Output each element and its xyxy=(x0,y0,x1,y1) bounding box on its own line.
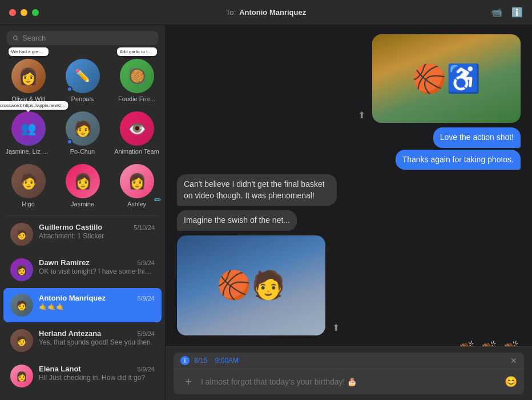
conv-item-herland[interactable]: 🧑 Herland Antezana 5/9/24 Yes, that soun… xyxy=(3,323,162,358)
conv-preview-herland: Yes, that sounds good! See you then. xyxy=(39,338,155,346)
conv-name-dawn: Dawn Ramirez xyxy=(39,258,90,267)
conv-item-antonio[interactable]: 🧑 Antonio Manriquez 5/9/24 🤙🤙🤙 xyxy=(3,288,162,322)
conv-date-herland: 5/9/24 xyxy=(137,330,155,337)
pinned-label-pochun: Po-Chun xyxy=(70,148,95,155)
conv-item-guillermo[interactable]: 🧑 Guillermo Castillo 5/10/24 Attachment:… xyxy=(3,217,162,251)
msg-row-image1: ⬆ 🏀♿ xyxy=(177,34,521,123)
conv-name-antonio: Antonio Manriquez xyxy=(39,294,106,302)
pinned-grid: We had a great time. Home with th... 👩 O… xyxy=(0,51,165,215)
main-layout: We had a great time. Home with th... 👩 O… xyxy=(0,25,532,400)
conv-date-guillermo: 5/10/24 xyxy=(134,224,155,231)
msg-row-incoming1: Can't believe I didn't get the final bas… xyxy=(177,174,521,206)
pinned-label-foodie: Foodie Frie... xyxy=(118,95,155,102)
pinned-item-olivia-will[interactable]: We had a great time. Home with th... 👩 O… xyxy=(2,55,54,106)
outgoing-stacked-bubbles: Love the action shot! Thanks again for t… xyxy=(396,127,521,170)
conv-preview-elena: Hi! Just checking in. How did it go? xyxy=(39,374,155,382)
pinned-label-ashley: Ashley xyxy=(127,201,146,207)
pinned-item-pochun[interactable]: 🧑 Po-Chun xyxy=(57,108,108,158)
msg-image-2: 🏀🧑 xyxy=(177,235,325,335)
conv-date-elena: 5/9/24 xyxy=(137,366,155,373)
basketball-photo-2: 🏀🧑 xyxy=(177,235,325,335)
video-call-icon[interactable]: 📹 xyxy=(491,7,502,18)
msg-image-1: 🏀♿ xyxy=(372,34,521,123)
pinned-item-jasmine-liz[interactable]: 15x crossword: https://apple.news/... 👥 … xyxy=(2,108,54,158)
conv-preview-guillermo: Attachment: 1 Sticker xyxy=(39,232,155,240)
input-bottom: + 😊 xyxy=(174,369,524,394)
search-icon xyxy=(13,35,19,42)
imessage-count: 8/15 xyxy=(194,357,207,365)
share-button-2[interactable]: ⬆ xyxy=(330,320,342,335)
conv-details-dawn: Dawn Ramirez 5/9/24 OK to visit tonight?… xyxy=(39,258,155,275)
msg-bubble-imagine-swish: Imagine the swish of the net... xyxy=(177,210,297,231)
info-icon[interactable]: ℹ️ xyxy=(511,7,523,18)
input-time: 9:00AM xyxy=(215,357,239,365)
titlebar: To: Antonio Manriquez 📹 ℹ️ ✏ xyxy=(0,0,532,25)
pinned-label-animation-team: Animation Team xyxy=(114,148,159,155)
conv-details-herland: Herland Antezana 5/9/24 Yes, that sounds… xyxy=(39,329,155,346)
avatar-herland: 🧑 xyxy=(10,329,33,352)
input-meta: 8/15 9:00AM xyxy=(194,357,506,365)
conversation-list: 🧑 Guillermo Castillo 5/10/24 Attachment:… xyxy=(0,216,165,400)
search-input[interactable] xyxy=(22,34,152,42)
conv-name-herland: Herland Antezana xyxy=(39,329,101,338)
avatar-guillermo: 🧑 xyxy=(10,223,33,246)
chat-area: ⬆ 🏀♿ Love the action shot! Thanks again … xyxy=(166,25,532,400)
share-button-1[interactable]: ⬆ xyxy=(356,107,368,123)
search-bar[interactable] xyxy=(7,31,158,45)
conv-details-guillermo: Guillermo Castillo 5/10/24 Attachment: 1… xyxy=(39,223,155,240)
photo1-figure: 🏀♿ xyxy=(412,63,481,95)
pinned-item-jasmine2[interactable]: 👩 Jasmine xyxy=(57,161,108,211)
msg-bubble-cant-believe: Can't believe I didn't get the final bas… xyxy=(177,174,337,206)
conv-preview-dawn: OK to visit tonight? I have some things … xyxy=(39,267,155,275)
pinned-label-penpals: Penpals xyxy=(71,95,94,102)
pinned-item-animation-team[interactable]: 👁️ Animation Team xyxy=(111,108,163,158)
conv-name-guillermo: Guillermo Castillo xyxy=(39,223,102,231)
pinned-label-rigo: Rigo xyxy=(22,201,35,207)
msg-bubble-thanks-photos: Thanks again for taking photos. xyxy=(396,150,521,170)
titlebar-recipient: To: Antonio Manriquez xyxy=(226,8,306,17)
pinned-item-rigo[interactable]: 🧑 Rigo xyxy=(2,161,54,211)
close-button[interactable] xyxy=(9,9,16,16)
badge-penpals xyxy=(67,86,72,92)
conv-details-antonio: Antonio Manriquez 5/9/24 🤙🤙🤙 xyxy=(39,294,155,311)
conv-date-dawn: 5/9/24 xyxy=(137,259,155,266)
sidebar: We had a great time. Home with th... 👩 O… xyxy=(0,25,166,400)
reaction-clap-3: 👏🏾 xyxy=(501,340,521,346)
pinned-item-foodie[interactable]: Add garlic to the butter, and then... 🥘 … xyxy=(111,55,163,106)
add-attachment-button[interactable]: + xyxy=(180,374,196,390)
input-area: i 8/15 9:00AM ✕ + 😊 xyxy=(166,346,532,400)
avatar-antonio: 🧑 xyxy=(10,294,33,317)
msg-row-image2: 🏀🧑 ⬆ xyxy=(177,235,521,335)
emoji-picker-button[interactable]: 😊 xyxy=(505,375,517,388)
conv-name-elena: Elena Lanot xyxy=(39,365,81,373)
input-close-button[interactable]: ✕ xyxy=(510,356,517,365)
messages-scroll[interactable]: ⬆ 🏀♿ Love the action shot! Thanks again … xyxy=(166,25,532,346)
reaction-clap-1: 👏🏾 xyxy=(456,340,476,346)
basketball-photo-1: 🏀♿ xyxy=(372,34,521,123)
minimize-button[interactable] xyxy=(21,9,27,16)
pinned-item-ashley[interactable]: 👩 Ashley xyxy=(111,161,163,211)
speech-bubble-foodie: Add garlic to the butter, and then... xyxy=(117,47,157,56)
avatar-dawn: 👩 xyxy=(10,258,33,281)
msg-bubble-love-action: Love the action shot! xyxy=(433,127,521,148)
pinned-label-jasmine-liz: Jasmine, Liz &... xyxy=(6,148,51,155)
reaction-clap-2: 👏🏾 xyxy=(478,340,498,346)
msg-row-stacked: Love the action shot! Thanks again for t… xyxy=(177,127,521,170)
conv-item-elena[interactable]: 👩 Elena Lanot 5/9/24 Hi! Just checking i… xyxy=(3,359,162,393)
pinned-item-penpals[interactable]: ✏️ Penpals xyxy=(57,55,108,106)
message-input[interactable] xyxy=(201,377,500,386)
avatar-ashley: 👩 xyxy=(120,164,154,198)
notification-bubble-jasmine: 15x crossword: https://apple.news/... xyxy=(0,101,68,110)
badge-pochun xyxy=(67,139,72,145)
conv-item-dawn[interactable]: 👩 Dawn Ramirez 5/9/24 OK to visit tonigh… xyxy=(3,253,162,287)
avatar-foodie: 🥘 xyxy=(120,59,154,93)
svg-line-1 xyxy=(17,39,18,41)
avatar-rigo: 🧑 xyxy=(11,164,46,198)
avatar-jasmine-liz: 👥 xyxy=(11,111,46,146)
zoom-button[interactable] xyxy=(32,9,39,16)
conv-date-antonio: 5/9/24 xyxy=(137,295,155,302)
avatar-animation-team: 👁️ xyxy=(120,111,154,146)
avatar-jasmine2: 👩 xyxy=(66,164,100,198)
conv-details-elena: Elena Lanot 5/9/24 Hi! Just checking in.… xyxy=(39,365,155,382)
speech-bubble-olivia: We had a great time. Home with th... xyxy=(9,47,49,56)
